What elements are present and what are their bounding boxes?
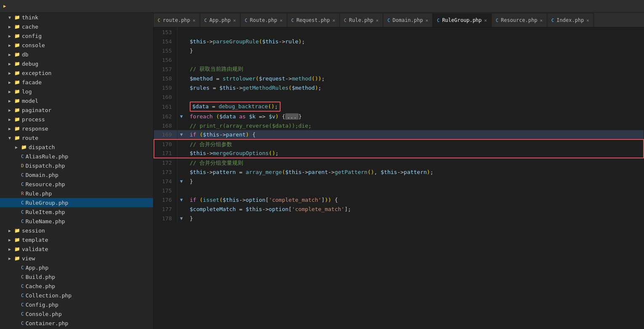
tab-close-btn[interactable]: ✕ [540,18,543,23]
main-layout: ▼📁think▶📁cache▶📁config▶📁console▶📁db▶📁deb… [0,13,644,329]
sidebar-item-RuleItem-php[interactable]: CRuleItem.php [0,207,153,217]
sidebar-item-db[interactable]: ▶📁db [0,50,153,59]
sidebar-item-Cache-php[interactable]: CCache.php [0,281,153,291]
code-line-153: 153 [154,27,644,37]
tab-icon: C [496,18,498,23]
tab-close-btn[interactable]: ✕ [425,18,428,23]
tab-label: App.php [209,17,231,23]
tab-close-btn[interactable]: ✕ [233,18,236,23]
tab-close-btn[interactable]: ✕ [484,18,487,23]
sidebar-item-template[interactable]: ▶📁template [0,235,153,244]
tab-index-php[interactable]: CIndex.php✕ [547,13,594,27]
tab-close-btn[interactable]: ✕ [376,18,379,23]
sidebar-item-RuleName-php[interactable]: CRuleName.php [0,217,153,226]
line-content: $method = strtolower($request->method())… [186,74,644,83]
sidebar-item-log[interactable]: ▶📁log [0,87,153,96]
tab-label: route.php [163,17,190,23]
code-line-176: 176▼ if (isset($this->option['complete_m… [154,195,644,204]
tab-label: Index.php [557,17,584,23]
code-line-178: 178▼ } [154,214,644,223]
line-gutter: ▼ [177,177,186,186]
sidebar-item-model[interactable]: ▶📁model [0,96,153,105]
sidebar-item-process[interactable]: ▶📁process [0,115,153,124]
line-gutter [177,92,186,102]
code-line-173: 173 $this->pattern = array_merge($this->… [154,167,644,177]
code-line-169: 169▼ if ($this->parent) { [154,130,644,139]
line-content [186,55,644,64]
code-line-160: 160 [154,92,644,102]
sidebar-item-cache[interactable]: ▶📁cache [0,22,153,31]
sidebar-item-AliasRule-php[interactable]: CAliasRule.php [0,152,153,161]
line-number: 172 [154,158,177,167]
sidebar-item-Console-php[interactable]: CConsole.php [0,309,153,318]
sidebar-item-debug[interactable]: ▶📁debug [0,59,153,68]
sidebar-item-Domain-php[interactable]: CDomain.php [0,170,153,179]
sidebar-item-Collection-php[interactable]: CCollection.php [0,291,153,300]
tab-domain-php[interactable]: CDomain.php✕ [383,13,433,27]
sidebar-item-Rule-php[interactable]: RRule.php [0,189,153,198]
sidebar-item-Config-php[interactable]: CConfig.php [0,300,153,309]
tab-app-php[interactable]: CApp.php✕ [200,13,241,27]
sidebar-root[interactable]: ▼📁think [0,13,153,22]
code-editor[interactable]: 153154 $this->parseGroupRule($this->rule… [154,27,644,329]
tab-rule-php[interactable]: CRule.php✕ [340,13,383,27]
sidebar-item-Container-php[interactable]: CContainer.php [0,318,153,328]
tab-close-btn[interactable]: ✕ [586,18,589,23]
line-number: 175 [154,186,177,195]
line-number: 153 [154,27,177,37]
sidebar-item-config[interactable]: ▶📁config [0,31,153,40]
tab-resource-php[interactable]: CResource.php✕ [492,13,547,27]
code-line-161: 161 $data = debug_backtrace(); [154,102,644,112]
sidebar-item-exception[interactable]: ▶📁exception [0,68,153,78]
tab-close-btn[interactable]: ✕ [332,18,335,23]
tab-request-php[interactable]: CRequest.php✕ [287,13,340,27]
line-gutter: ▼ [177,195,186,204]
line-number: 169 [154,130,177,139]
sidebar-item-Dispatch-php[interactable]: DDispatch.php [0,161,153,170]
code-line-162: 162▼ foreach ($data as $k => $v) {...} [154,112,644,121]
sidebar-item-Resource-php[interactable]: CResource.php [0,179,153,189]
tab-icon: C [551,18,554,23]
title-bar-left: ▶ [3,3,11,9]
sidebar-item-view[interactable]: ▶📁view [0,254,153,263]
sidebar-item-dispatch[interactable]: ▶📁dispatch [0,142,153,152]
tab-icon: C [158,18,160,23]
code-line-159: 159 $rules = $this->getMethodRules($meth… [154,83,644,92]
tab-rulegroup-php[interactable]: CRuleGroup.php✕ [433,13,492,27]
tab-close-btn[interactable]: ✕ [280,18,283,23]
tab-label: Route.php [250,17,277,23]
sidebar-item-RuleGroup-php[interactable]: CRuleGroup.php [0,198,153,207]
line-content: $rules = $this->getMethodRules($method); [186,83,644,92]
sidebar-item-Build-php[interactable]: CBuild.php [0,272,153,281]
line-content: // print_r(array_reverse($data));die; [186,121,644,130]
line-gutter [177,64,186,74]
line-gutter [177,37,186,46]
code-line-177: 177 $completeMatch = $this->option['comp… [154,204,644,214]
line-gutter [177,204,186,214]
tab-bar: Croute.php✕CApp.php✕CRoute.php✕CRequest.… [154,13,644,27]
tab-route-php[interactable]: Croute.php✕ [154,13,200,27]
sidebar-item-response[interactable]: ▶📁response [0,124,153,133]
sidebar-item-session[interactable]: ▶📁session [0,226,153,235]
line-gutter [177,158,186,167]
line-gutter: ▼ [177,112,186,121]
sidebar-item-App-php[interactable]: CApp.php [0,263,153,272]
line-gutter: ▼ [177,214,186,223]
sidebar-item-route[interactable]: ▼📁route [0,133,153,142]
code-line-174: 174▼ } [154,177,644,186]
sidebar-item-console[interactable]: ▶📁console [0,40,153,50]
line-number: 174 [154,177,177,186]
line-number: 157 [154,64,177,74]
line-number: 176 [154,195,177,204]
line-gutter [177,139,186,149]
sidebar-item-paginator[interactable]: ▶📁paginator [0,105,153,115]
line-number: 159 [154,83,177,92]
code-line-175: 175 [154,186,644,195]
line-gutter [177,186,186,195]
tab-close-btn[interactable]: ✕ [193,18,196,23]
sidebar-item-validate[interactable]: ▶📁validate [0,244,153,254]
tab-label: RuleGroup.php [442,17,482,23]
line-content: } [186,46,644,55]
tab-route-class-php[interactable]: CRoute.php✕ [241,13,287,27]
sidebar-item-facade[interactable]: ▶📁facade [0,78,153,87]
